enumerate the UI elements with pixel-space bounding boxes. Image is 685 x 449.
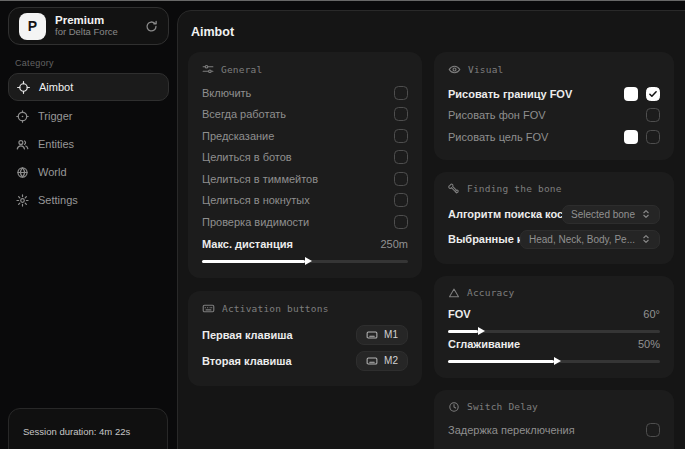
keybind-button-primary[interactable]: M1 bbox=[356, 325, 408, 345]
panel-title: Activation buttons bbox=[222, 303, 329, 314]
keybind-button-secondary[interactable]: M2 bbox=[356, 351, 408, 371]
panel-visual: Visual Рисовать границу FOV Рисовать фон… bbox=[434, 52, 674, 160]
toggle-row: Включить bbox=[202, 82, 408, 104]
entities-icon bbox=[16, 138, 29, 151]
trigger-icon bbox=[16, 110, 29, 123]
toggle-row: Рисовать цель FOV bbox=[448, 126, 660, 148]
slider-label-row: FOV 60° bbox=[448, 306, 660, 323]
toggle-row: Проверка видимости bbox=[202, 211, 408, 233]
slider-label-row: Макс. дистанция 250m bbox=[202, 236, 408, 253]
chevron-updown-icon bbox=[641, 234, 651, 244]
bone-algorithm-select[interactable]: Selected bone bbox=[562, 205, 660, 224]
keyboard-icon bbox=[202, 302, 215, 315]
sidebar-item-entities[interactable]: Entities bbox=[0, 130, 177, 158]
keyboard-icon bbox=[366, 355, 378, 367]
checkbox-switch-delay[interactable] bbox=[646, 423, 660, 437]
slider-value: 250m bbox=[380, 238, 408, 250]
sidebar-item-settings[interactable]: Settings bbox=[0, 186, 177, 214]
brand-card: P Premium for Delta Force bbox=[8, 7, 169, 45]
keybind-row: Вторая клавиша M2 bbox=[202, 348, 408, 374]
color-swatch[interactable] bbox=[624, 87, 638, 101]
slider-value: 60° bbox=[643, 308, 660, 320]
sidebar-item-label: Aimbot bbox=[39, 81, 73, 93]
toggle-row: Целиться в ботов bbox=[202, 147, 408, 169]
checkbox-draw-fov-target[interactable] bbox=[646, 130, 660, 144]
toggle-row: Целиться в тиммейтов bbox=[202, 168, 408, 190]
page-title: Aimbot bbox=[191, 25, 680, 39]
session-duration-card: Session duration: 4m 22s bbox=[8, 408, 168, 449]
clock-icon bbox=[448, 401, 460, 413]
checkbox-visibility-check[interactable] bbox=[394, 215, 408, 229]
gear-icon bbox=[16, 194, 29, 207]
checkbox-target-bots[interactable] bbox=[394, 150, 408, 164]
checkbox-draw-fov-background[interactable] bbox=[646, 108, 660, 122]
panel-title: Finding the bone bbox=[467, 183, 562, 194]
eye-icon bbox=[448, 63, 461, 76]
panel-title: Visual bbox=[468, 64, 504, 75]
refresh-icon[interactable] bbox=[145, 20, 158, 33]
category-label: Category bbox=[15, 58, 177, 68]
slider-value: 50% bbox=[638, 338, 660, 350]
sidebar-item-label: Trigger bbox=[38, 110, 72, 122]
checkbox-target-knocked[interactable] bbox=[394, 193, 408, 207]
toggle-row: Всегда работать bbox=[202, 104, 408, 126]
sidebar-item-label: Settings bbox=[38, 194, 78, 206]
max-distance-slider[interactable] bbox=[202, 260, 408, 263]
toggle-row: Рисовать фон FOV bbox=[448, 105, 660, 127]
product-logo: P bbox=[19, 13, 46, 40]
panel-title: Accuracy bbox=[467, 287, 514, 298]
slider-label-row: Сглаживание 50% bbox=[448, 336, 660, 353]
sliders-icon bbox=[202, 63, 214, 75]
checkbox-prediction[interactable] bbox=[394, 129, 408, 143]
toggle-row: Рисовать границу FOV bbox=[448, 83, 660, 105]
panel-general: General Включить Всегда работать Предска… bbox=[188, 52, 422, 278]
sidebar-item-trigger[interactable]: Trigger bbox=[0, 102, 177, 130]
sidebar-item-label: Entities bbox=[38, 138, 74, 150]
product-subtitle: for Delta Force bbox=[55, 27, 118, 38]
panel-switch-delay: Switch Delay Задержка переключения Задер… bbox=[434, 390, 674, 449]
triangle-icon bbox=[448, 287, 460, 299]
crosshair-icon bbox=[17, 81, 30, 94]
sidebar: P Premium for Delta Force Category Aimbo… bbox=[0, 0, 177, 449]
window-top-border bbox=[0, 0, 685, 1]
checkbox-target-teammates[interactable] bbox=[394, 172, 408, 186]
fov-slider[interactable] bbox=[448, 330, 660, 333]
panel-accuracy: Accuracy FOV 60° Сглаживание 50% bbox=[434, 276, 674, 378]
session-duration-text: Session duration: 4m 22s bbox=[23, 426, 130, 437]
main-content: Aimbot General Включить bbox=[177, 10, 685, 449]
keybind-row: Первая клавиша M1 bbox=[202, 322, 408, 348]
checkbox-always-work[interactable] bbox=[394, 107, 408, 121]
panel-title: General bbox=[221, 64, 262, 75]
sidebar-nav: Aimbot Trigger Entities bbox=[0, 73, 177, 214]
toggle-row: Целиться в нокнутых bbox=[202, 190, 408, 212]
checkbox-draw-fov-border[interactable] bbox=[646, 87, 660, 101]
panel-title: Switch Delay bbox=[467, 401, 538, 412]
panel-finding-the-bone: Finding the bone Алгоритм поиска кости S… bbox=[434, 172, 674, 264]
slider-label-row: Задержка переключения (мс) 1000 ms bbox=[448, 444, 660, 449]
sidebar-item-label: World bbox=[38, 166, 67, 178]
panel-activation-buttons: Activation buttons Первая клавиша M1 Вто… bbox=[188, 291, 422, 386]
smoothing-slider[interactable] bbox=[448, 360, 660, 363]
keyboard-icon bbox=[366, 329, 378, 341]
bone-icon bbox=[448, 183, 460, 195]
chevron-updown-icon bbox=[641, 209, 651, 219]
select-row: Алгоритм поиска кости Selected bone bbox=[448, 202, 660, 227]
checkbox-enable[interactable] bbox=[394, 86, 408, 100]
select-row: Выбранные кости Head, Neck, Body, Pe... bbox=[448, 227, 660, 252]
selected-bones-select[interactable]: Head, Neck, Body, Pe... bbox=[520, 230, 660, 249]
sidebar-item-aimbot[interactable]: Aimbot bbox=[8, 73, 169, 101]
toggle-row: Задержка переключения bbox=[448, 420, 660, 442]
sidebar-item-world[interactable]: World bbox=[0, 158, 177, 186]
color-swatch[interactable] bbox=[624, 130, 638, 144]
globe-icon bbox=[16, 166, 29, 179]
toggle-row: Предсказание bbox=[202, 125, 408, 147]
